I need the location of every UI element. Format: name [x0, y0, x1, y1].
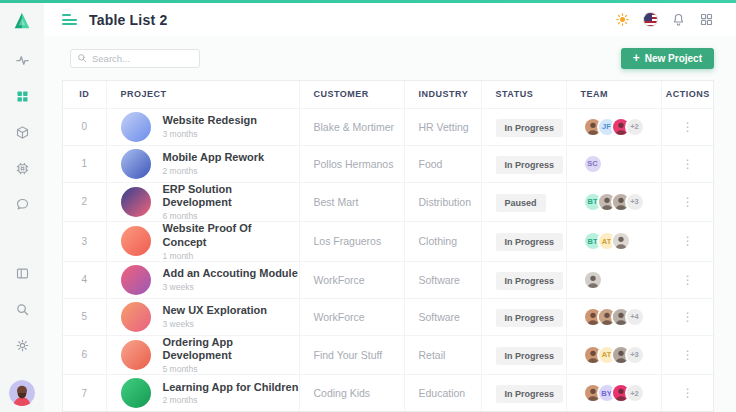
cell-project[interactable]: Website Redesign3 months: [106, 108, 299, 145]
table-row: 1Mobile App Rework2 monthsPollos Hermano…: [63, 145, 714, 182]
apps-grid-icon[interactable]: [699, 12, 714, 27]
column-header-id[interactable]: ID: [63, 81, 106, 108]
user-avatar[interactable]: [9, 380, 35, 406]
gear-icon[interactable]: [15, 338, 30, 353]
column-header-team[interactable]: TEAM: [566, 81, 661, 108]
project-icon: [121, 378, 151, 408]
row-actions-button[interactable]: ⋮: [674, 192, 702, 212]
cell-id: 1: [63, 145, 106, 182]
team-more-badge[interactable]: +2: [625, 117, 645, 137]
table-header-row: ID PROJECT CUSTOMER INDUSTRY STATUS TEAM…: [63, 81, 714, 108]
app-window: Table List 2: [0, 0, 736, 412]
bell-icon[interactable]: [671, 12, 686, 27]
column-header-status[interactable]: STATUS: [481, 81, 566, 108]
cell-team: +4: [566, 298, 661, 335]
project-icon: [121, 187, 151, 217]
project-icon: [121, 265, 151, 295]
dashboard-grid-icon[interactable]: [15, 89, 30, 104]
team-avatar[interactable]: [611, 231, 631, 251]
activity-icon[interactable]: [15, 53, 30, 68]
column-header-industry[interactable]: INDUSTRY: [404, 81, 481, 108]
cell-status: In Progress: [481, 108, 566, 145]
cell-project[interactable]: Learning App for Children2 months: [106, 375, 299, 412]
status-badge: In Progress: [496, 272, 564, 290]
cell-actions: ⋮: [661, 298, 714, 335]
status-badge: In Progress: [496, 385, 564, 403]
column-header-customer[interactable]: CUSTOMER: [299, 81, 404, 108]
projects-table: ID PROJECT CUSTOMER INDUSTRY STATUS TEAM…: [63, 81, 714, 412]
row-actions-button[interactable]: ⋮: [674, 307, 702, 327]
team-more-badge[interactable]: +4: [625, 307, 645, 327]
cpu-icon[interactable]: [15, 161, 30, 176]
cell-team: BTAT: [566, 222, 661, 262]
project-icon: [121, 112, 151, 142]
column-header-project[interactable]: PROJECT: [106, 81, 299, 108]
cell-customer: WorkForce: [299, 298, 404, 335]
column-header-actions[interactable]: ACTIONS: [661, 81, 714, 108]
cell-industry: Retail: [404, 335, 481, 375]
cell-project[interactable]: Add an Accouting Module3 weeks: [106, 261, 299, 298]
cell-industry: Distribution: [404, 182, 481, 222]
search-input[interactable]: [92, 53, 193, 64]
menu-icon[interactable]: [62, 14, 77, 25]
cell-status: In Progress: [481, 335, 566, 375]
cell-industry: Education: [404, 375, 481, 412]
new-project-button[interactable]: + New Project: [621, 48, 714, 69]
cell-status: In Progress: [481, 145, 566, 182]
cell-team: [566, 261, 661, 298]
cell-project[interactable]: ERP Solution Development6 months: [106, 182, 299, 222]
cell-status: In Progress: [481, 222, 566, 262]
cell-customer: WorkForce: [299, 261, 404, 298]
cell-team: SC: [566, 145, 661, 182]
cell-actions: ⋮: [661, 375, 714, 412]
layout-icon[interactable]: [15, 266, 30, 281]
cell-customer: Best Mart: [299, 182, 404, 222]
cell-status: In Progress: [481, 261, 566, 298]
cell-id: 7: [63, 375, 106, 412]
status-badge: In Progress: [496, 119, 564, 137]
toolbar: + New Project: [44, 36, 736, 80]
team-initials-badge[interactable]: SC: [583, 154, 603, 174]
cell-id: 3: [63, 222, 106, 262]
plus-icon: +: [633, 52, 640, 64]
cell-project[interactable]: Mobile App Rework2 months: [106, 145, 299, 182]
cell-actions: ⋮: [661, 261, 714, 298]
sidebar: [0, 3, 44, 412]
team-more-badge[interactable]: +3: [625, 192, 645, 212]
sun-icon[interactable]: [615, 12, 630, 27]
new-project-label: New Project: [645, 53, 702, 64]
cell-id: 2: [63, 182, 106, 222]
team-more-badge[interactable]: +3: [625, 345, 645, 365]
us-flag-icon[interactable]: [643, 12, 658, 27]
row-actions-button[interactable]: ⋮: [674, 345, 702, 365]
app-logo[interactable]: [0, 3, 44, 39]
cube-icon[interactable]: [15, 125, 30, 140]
team-more-badge[interactable]: +2: [625, 383, 645, 403]
project-name: Add an Accouting Module: [163, 267, 298, 281]
cell-project[interactable]: New UX Exploration3 weeks: [106, 298, 299, 335]
cell-team: AT+3: [566, 335, 661, 375]
row-actions-button[interactable]: ⋮: [674, 383, 702, 403]
status-badge: Paused: [496, 194, 546, 212]
row-actions-button[interactable]: ⋮: [674, 270, 702, 290]
row-actions-button[interactable]: ⋮: [674, 117, 702, 137]
projects-table-card: ID PROJECT CUSTOMER INDUSTRY STATUS TEAM…: [62, 80, 714, 412]
team-avatar[interactable]: [583, 270, 603, 290]
cell-industry: HR Vetting: [404, 108, 481, 145]
cell-project[interactable]: Ordering App Development5 months: [106, 335, 299, 375]
project-duration: 6 months: [163, 211, 299, 221]
cell-id: 0: [63, 108, 106, 145]
project-duration: 5 months: [163, 364, 299, 374]
row-actions-button[interactable]: ⋮: [674, 154, 702, 174]
table-row: 3Website Proof Of Concept1 monthLos Frag…: [63, 222, 714, 262]
cell-status: Paused: [481, 182, 566, 222]
cell-project[interactable]: Website Proof Of Concept1 month: [106, 222, 299, 262]
status-badge: In Progress: [496, 309, 564, 327]
chat-icon[interactable]: [15, 197, 30, 212]
row-actions-button[interactable]: ⋮: [674, 231, 702, 251]
project-duration: 3 months: [163, 129, 258, 139]
project-name: Website Redesign: [163, 114, 258, 128]
project-name: ERP Solution Development: [163, 183, 299, 211]
search-icon[interactable]: [15, 302, 30, 317]
project-name: Website Proof Of Concept: [163, 222, 299, 250]
